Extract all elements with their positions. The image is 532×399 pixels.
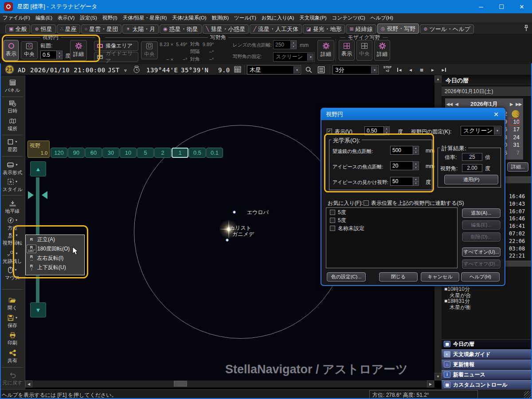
accordion-5[interactable]: ▤カスタムコントロール [442, 380, 532, 390]
pin-icon[interactable] [523, 24, 529, 32]
tab-2[interactable]: ⊕恒星 [31, 24, 55, 34]
fov-level-120[interactable]: 120 [51, 148, 67, 158]
sidebar-item-10[interactable]: ▼光跡残し [0, 250, 24, 265]
calendar-prev-year[interactable]: ◀◀ [445, 102, 454, 106]
skip-forward-button[interactable]: ▶ [439, 66, 449, 74]
favorites-button-3[interactable]: 削除(D)... [462, 232, 501, 242]
menubar-item[interactable]: ツール(T) [231, 13, 259, 23]
step-x2-icon[interactable]: STEP×2 [382, 66, 393, 74]
optics-row-spinbox[interactable]: 500▲▼ [390, 146, 419, 155]
optics-row-spinbox[interactable]: 20▲▼ [390, 161, 419, 170]
sidebar-item-16[interactable]: 元に戻す [0, 371, 24, 386]
sidebar-item-5[interactable]: ▼表示形式 [0, 161, 24, 176]
menubar-item[interactable]: 天体/太陽系(O) [169, 13, 209, 23]
menubar-item[interactable]: 視野(I) [100, 13, 120, 23]
tab-4[interactable]: ○星雲・星団 [81, 24, 122, 34]
step-combo[interactable]: 3分▼ [332, 65, 379, 74]
menubar-item[interactable]: ヘルプ(H) [368, 13, 396, 23]
sidebar-item-13[interactable]: ▼保存 [0, 314, 24, 329]
mosaic-center-button[interactable]: 中央 [356, 40, 372, 61]
menubar-item[interactable]: 設定(S) [77, 13, 99, 23]
menubar-item[interactable]: 観測(B) [209, 13, 231, 23]
play-forward-button[interactable]: ▶ [428, 66, 438, 74]
calendar-icon[interactable] [234, 66, 241, 74]
link-checkbox[interactable] [364, 200, 369, 206]
calendar-next-month[interactable]: ▶ [509, 102, 514, 106]
fov-level-2[interactable]: 2 [154, 148, 171, 158]
fov-level-90[interactable]: 90 [68, 148, 85, 158]
minimize-button[interactable]: ─ [471, 0, 491, 13]
favorites-button-5[interactable]: すべてオフ(D)... [462, 259, 501, 269]
sidebar-item-15[interactable]: 共有 [0, 349, 24, 364]
frame-detail-button[interactable]: 詳細 [317, 40, 334, 61]
target-combo[interactable]: 木星▼ [247, 65, 301, 74]
dialog-close-icon[interactable]: ✕ [492, 110, 500, 118]
close-button[interactable]: ✕ [512, 0, 532, 13]
tab-7[interactable]: ╲彗星・小惑星 [203, 24, 249, 34]
dialog-titlebar[interactable]: 視野円 [321, 109, 505, 120]
favorites-listbox[interactable]: 5度5度名称未設定 [326, 207, 458, 268]
calendar-saturday-column[interactable]: 3101724317 [509, 110, 520, 156]
menubar-item[interactable]: コンテンツ(C) [329, 13, 368, 23]
menubar-item[interactable]: 天体/恒星・星座(R) [120, 13, 170, 23]
dialog-bottom-button-4[interactable]: ヘルプ(H) [461, 272, 500, 282]
tab-10[interactable]: ⊞経緯線 [346, 24, 376, 34]
calendar-prev-month[interactable]: ◀ [454, 102, 460, 106]
calendar-detail-button[interactable]: 詳細... [507, 162, 528, 172]
fov-detail-button[interactable]: 詳細 [70, 40, 87, 61]
favorites-item-checkbox[interactable] [330, 210, 335, 215]
fov-level-60[interactable]: 60 [85, 148, 102, 158]
hour-badge[interactable]: 21 [5, 65, 14, 74]
zoom-slider-marker-right[interactable] [42, 191, 47, 199]
fov-level-10[interactable]: 10 [120, 148, 137, 158]
sidebar-item-9[interactable]: R180°▼視野回転 [0, 231, 24, 246]
maximize-button[interactable]: ☐ [491, 0, 512, 13]
favorites-item-checkbox[interactable] [330, 226, 335, 231]
menubar-item[interactable]: ファイル(F) [0, 13, 33, 23]
tab-3[interactable]: ∴星座 [57, 24, 80, 34]
fov-level-0.1[interactable]: 0.1 [206, 148, 223, 158]
accordion-3[interactable]: ⌂更新情報 [442, 360, 532, 369]
sidebar-item-12[interactable]: 開く [0, 296, 24, 311]
search-icon[interactable] [305, 66, 313, 75]
stop-button[interactable]: ■ [417, 66, 426, 74]
mosaic-detail-button[interactable]: 詳細 [374, 40, 390, 61]
show-checkbox[interactable]: ✓ [327, 129, 332, 134]
sidebar-item-11[interactable]: ▼マウス [0, 266, 24, 281]
menubar-item[interactable]: 編集(E) [33, 13, 55, 23]
favorites-button-4[interactable]: すべてオン(U)... [462, 247, 501, 257]
zoom-in-arrow[interactable]: ▲ [30, 161, 46, 176]
tab-5[interactable]: ☀太陽・月 [122, 24, 159, 34]
fov-show-button[interactable]: 表示 [4, 40, 19, 61]
favorites-item[interactable]: 5度 [326, 208, 457, 216]
tab-1[interactable]: ▣全般 [5, 24, 30, 34]
chart-hscrollbar[interactable] [25, 380, 434, 387]
hscroll-thumb[interactable] [174, 381, 187, 387]
fov-indicator-button[interactable]: 視野1.0 [27, 141, 50, 158]
dialog-bottom-button-2[interactable]: 閉じる [379, 272, 418, 282]
sidebar-item-1[interactable]: パネル [0, 78, 24, 94]
zoom-out-arrow[interactable]: ▼ [30, 302, 46, 317]
sidebar-item-7[interactable]: 地平線 [0, 200, 24, 215]
menubar-item[interactable]: お気に入り(A) [259, 13, 297, 23]
frame-center-button[interactable]: 中央 [141, 41, 158, 59]
favorites-item[interactable]: 名称未設定 [326, 224, 457, 232]
menubar-item[interactable]: 表示(V) [55, 13, 77, 23]
dialog-bottom-button-3[interactable]: キャンセル [421, 272, 459, 282]
guide-area-button[interactable]: ガイドエリア [94, 52, 138, 62]
sidebar-item-3[interactable]: 場所 [0, 117, 24, 132]
fov-level-1[interactable]: 1 [172, 148, 188, 158]
resize-grip[interactable] [524, 391, 531, 398]
show-degree-spinbox[interactable]: 0.50▲▼ [364, 126, 390, 135]
context-menu-item-4[interactable]: R↕上下反転(U) [26, 263, 84, 272]
menubar-item[interactable]: 天文現象(P) [297, 13, 329, 23]
apply-button[interactable]: 適用(P) [444, 175, 498, 184]
sidebar-item-4[interactable]: ▼星図 [0, 138, 24, 153]
tab-12[interactable]: ⊛ツール・ヘルプ [420, 24, 474, 34]
accordion-4[interactable]: ⅰ新着ニュース [442, 370, 532, 379]
context-menu-item-1[interactable]: R正立(A) [26, 235, 84, 244]
fov-level-5[interactable]: 5 [137, 148, 154, 158]
vscroll-up-arrow[interactable]: ▲ [434, 75, 442, 82]
optics-row-spinbox[interactable]: 50▲▼ [390, 177, 419, 186]
sidebar-item-8[interactable]: ▼方位 [0, 216, 24, 231]
